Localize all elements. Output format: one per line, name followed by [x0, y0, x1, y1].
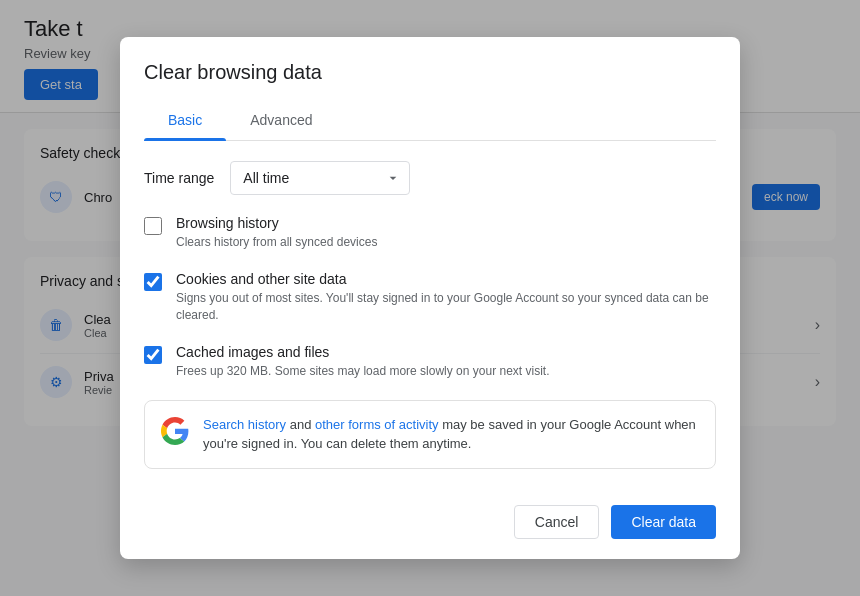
checkbox-wrapper-cookies — [144, 273, 164, 293]
checkbox-desc-browsing-history: Clears history from all synced devices — [176, 234, 716, 251]
checkbox-title-cookies: Cookies and other site data — [176, 271, 716, 287]
checkbox-desc-cookies: Signs you out of most sites. You'll stay… — [176, 290, 716, 324]
dialog-body: Time range Last hour Last 24 hours Last … — [120, 141, 740, 488]
tab-advanced-label: Advanced — [250, 112, 312, 128]
checkbox-content-cookies: Cookies and other site data Signs you ou… — [176, 271, 716, 324]
checkbox-item-cookies: Cookies and other site data Signs you ou… — [144, 271, 716, 324]
clear-browsing-data-dialog: Clear browsing data Basic Advanced Time … — [120, 37, 740, 558]
checkbox-content-cached: Cached images and files Frees up 320 MB.… — [176, 344, 716, 380]
checkbox-title-cached: Cached images and files — [176, 344, 716, 360]
search-history-link[interactable]: Search history — [203, 417, 286, 432]
checkbox-wrapper-cached — [144, 346, 164, 366]
time-range-label: Time range — [144, 170, 214, 186]
tab-basic[interactable]: Basic — [144, 100, 226, 140]
checkbox-wrapper-browsing-history — [144, 217, 164, 237]
dialog-header: Clear browsing data Basic Advanced — [120, 37, 740, 141]
tab-basic-label: Basic — [168, 112, 202, 128]
time-range-row: Time range Last hour Last 24 hours Last … — [144, 161, 716, 195]
clear-data-button[interactable]: Clear data — [611, 505, 716, 539]
checkbox-cached[interactable] — [144, 346, 162, 364]
modal-overlay: Clear browsing data Basic Advanced Time … — [0, 0, 860, 596]
dialog-title: Clear browsing data — [144, 61, 716, 84]
info-box-text: Search history and other forms of activi… — [203, 415, 699, 454]
tab-advanced[interactable]: Advanced — [226, 100, 336, 140]
checkbox-title-browsing-history: Browsing history — [176, 215, 716, 231]
cancel-button[interactable]: Cancel — [514, 505, 600, 539]
checkbox-cookies[interactable] — [144, 273, 162, 291]
checkbox-content-browsing-history: Browsing history Clears history from all… — [176, 215, 716, 251]
dialog-tabs: Basic Advanced — [144, 100, 716, 141]
checkbox-item-cached: Cached images and files Frees up 320 MB.… — [144, 344, 716, 380]
info-text-and: and — [286, 417, 315, 432]
other-forms-link[interactable]: other forms of activity — [315, 417, 439, 432]
google-g-icon — [161, 417, 189, 445]
dialog-footer: Cancel Clear data — [120, 489, 740, 559]
time-range-select[interactable]: Last hour Last 24 hours Last 7 days Last… — [230, 161, 410, 195]
checkbox-item-browsing-history: Browsing history Clears history from all… — [144, 215, 716, 251]
checkbox-browsing-history[interactable] — [144, 217, 162, 235]
google-info-box: Search history and other forms of activi… — [144, 400, 716, 469]
checkbox-desc-cached: Frees up 320 MB. Some sites may load mor… — [176, 363, 716, 380]
